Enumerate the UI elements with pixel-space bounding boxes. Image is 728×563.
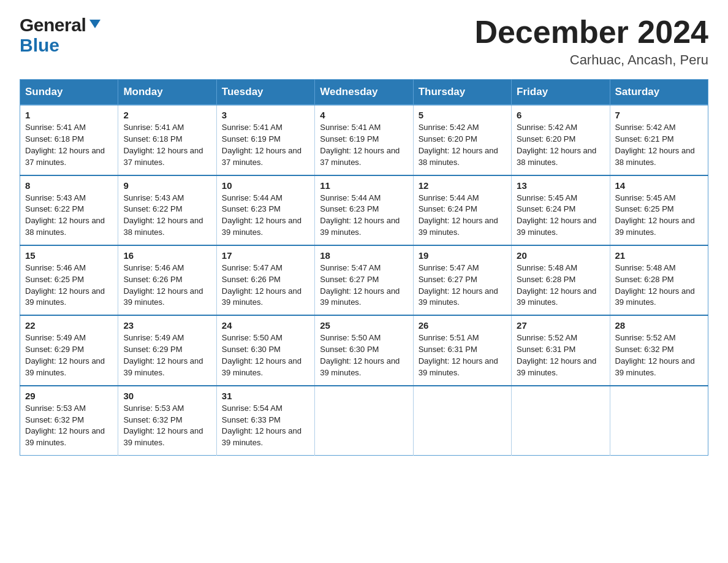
day-number: 28	[615, 320, 703, 331]
header-day-friday: Friday	[512, 80, 610, 105]
calendar-cell: 17Sunrise: 5:47 AMSunset: 6:26 PMDayligh…	[216, 245, 314, 315]
page-title: December 2024	[474, 15, 708, 50]
calendar-cell: 20Sunrise: 5:48 AMSunset: 6:28 PMDayligh…	[512, 245, 610, 315]
calendar-cell: 9Sunrise: 5:43 AMSunset: 6:22 PMDaylight…	[118, 175, 216, 245]
day-info: Sunrise: 5:45 AMSunset: 6:25 PMDaylight:…	[615, 193, 695, 237]
day-number: 7	[615, 110, 703, 120]
day-info: Sunrise: 5:47 AMSunset: 6:26 PMDaylight:…	[222, 263, 301, 307]
calendar-week-row: 1Sunrise: 5:41 AMSunset: 6:18 PMDaylight…	[20, 105, 708, 175]
day-info: Sunrise: 5:53 AMSunset: 6:32 PMDaylight:…	[123, 404, 203, 448]
day-number: 26	[419, 320, 506, 331]
calendar-cell: 7Sunrise: 5:42 AMSunset: 6:21 PMDaylight…	[610, 105, 708, 175]
calendar-cell: 23Sunrise: 5:49 AMSunset: 6:29 PMDayligh…	[118, 315, 216, 385]
day-number: 16	[123, 250, 211, 261]
day-info: Sunrise: 5:42 AMSunset: 6:21 PMDaylight:…	[615, 123, 695, 167]
day-info: Sunrise: 5:53 AMSunset: 6:32 PMDaylight:…	[25, 404, 105, 448]
day-info: Sunrise: 5:46 AMSunset: 6:25 PMDaylight:…	[25, 263, 105, 307]
calendar-cell	[512, 386, 610, 456]
calendar-cell	[413, 386, 511, 456]
day-info: Sunrise: 5:48 AMSunset: 6:28 PMDaylight:…	[517, 263, 596, 307]
calendar-cell: 19Sunrise: 5:47 AMSunset: 6:27 PMDayligh…	[413, 245, 511, 315]
calendar-cell: 28Sunrise: 5:52 AMSunset: 6:32 PMDayligh…	[610, 315, 708, 385]
day-number: 9	[123, 180, 211, 191]
day-info: Sunrise: 5:42 AMSunset: 6:20 PMDaylight:…	[419, 123, 498, 167]
day-info: Sunrise: 5:47 AMSunset: 6:27 PMDaylight:…	[419, 263, 498, 307]
day-info: Sunrise: 5:54 AMSunset: 6:33 PMDaylight:…	[222, 404, 301, 448]
svg-marker-0	[89, 20, 100, 28]
calendar-cell: 3Sunrise: 5:41 AMSunset: 6:19 PMDaylight…	[216, 105, 314, 175]
day-number: 10	[222, 180, 309, 191]
day-info: Sunrise: 5:43 AMSunset: 6:22 PMDaylight:…	[123, 193, 203, 237]
day-number: 12	[419, 180, 506, 191]
day-number: 19	[419, 250, 506, 261]
calendar-cell: 4Sunrise: 5:41 AMSunset: 6:19 PMDaylight…	[315, 105, 413, 175]
day-number: 8	[25, 180, 113, 191]
calendar-cell: 31Sunrise: 5:54 AMSunset: 6:33 PMDayligh…	[216, 386, 314, 456]
day-info: Sunrise: 5:41 AMSunset: 6:19 PMDaylight:…	[320, 123, 400, 167]
day-number: 11	[320, 180, 408, 191]
calendar-week-row: 15Sunrise: 5:46 AMSunset: 6:25 PMDayligh…	[20, 245, 708, 315]
calendar-cell: 2Sunrise: 5:41 AMSunset: 6:18 PMDaylight…	[118, 105, 216, 175]
calendar-table: SundayMondayTuesdayWednesdayThursdayFrid…	[20, 79, 708, 456]
calendar-cell	[315, 386, 413, 456]
header-day-tuesday: Tuesday	[216, 80, 314, 105]
page-subtitle: Carhuac, Ancash, Peru	[474, 52, 708, 68]
calendar-cell: 25Sunrise: 5:50 AMSunset: 6:30 PMDayligh…	[315, 315, 413, 385]
calendar-cell: 26Sunrise: 5:51 AMSunset: 6:31 PMDayligh…	[413, 315, 511, 385]
day-number: 17	[222, 250, 309, 261]
day-number: 25	[320, 320, 408, 331]
day-number: 13	[517, 180, 604, 191]
day-info: Sunrise: 5:50 AMSunset: 6:30 PMDaylight:…	[320, 333, 400, 377]
day-info: Sunrise: 5:41 AMSunset: 6:18 PMDaylight:…	[25, 123, 105, 167]
calendar-cell	[610, 386, 708, 456]
logo-blue-text: Blue	[20, 36, 59, 55]
day-number: 23	[123, 320, 211, 331]
header-day-saturday: Saturday	[610, 80, 708, 105]
day-info: Sunrise: 5:50 AMSunset: 6:30 PMDaylight:…	[222, 333, 301, 377]
day-info: Sunrise: 5:45 AMSunset: 6:24 PMDaylight:…	[517, 193, 596, 237]
day-info: Sunrise: 5:41 AMSunset: 6:19 PMDaylight:…	[222, 123, 301, 167]
header-day-sunday: Sunday	[20, 80, 118, 105]
day-info: Sunrise: 5:48 AMSunset: 6:28 PMDaylight:…	[615, 263, 695, 307]
title-area: December 2024 Carhuac, Ancash, Peru	[474, 15, 708, 68]
day-number: 2	[123, 110, 211, 120]
day-number: 29	[25, 391, 113, 401]
calendar-week-row: 22Sunrise: 5:49 AMSunset: 6:29 PMDayligh…	[20, 315, 708, 385]
calendar-week-row: 8Sunrise: 5:43 AMSunset: 6:22 PMDaylight…	[20, 175, 708, 245]
calendar-cell: 5Sunrise: 5:42 AMSunset: 6:20 PMDaylight…	[413, 105, 511, 175]
logo-triangle-icon	[89, 20, 100, 28]
logo: General Blue	[20, 15, 100, 55]
day-info: Sunrise: 5:51 AMSunset: 6:31 PMDaylight:…	[419, 333, 498, 377]
calendar-cell: 18Sunrise: 5:47 AMSunset: 6:27 PMDayligh…	[315, 245, 413, 315]
day-number: 6	[517, 110, 604, 120]
day-info: Sunrise: 5:44 AMSunset: 6:24 PMDaylight:…	[419, 193, 498, 237]
day-info: Sunrise: 5:42 AMSunset: 6:20 PMDaylight:…	[517, 123, 596, 167]
calendar-cell: 16Sunrise: 5:46 AMSunset: 6:26 PMDayligh…	[118, 245, 216, 315]
calendar-cell: 11Sunrise: 5:44 AMSunset: 6:23 PMDayligh…	[315, 175, 413, 245]
calendar-cell: 29Sunrise: 5:53 AMSunset: 6:32 PMDayligh…	[20, 386, 118, 456]
day-number: 5	[419, 110, 506, 120]
page-header: General Blue December 2024 Carhuac, Anca…	[20, 15, 708, 68]
day-number: 14	[615, 180, 703, 191]
day-info: Sunrise: 5:47 AMSunset: 6:27 PMDaylight:…	[320, 263, 400, 307]
day-number: 15	[25, 250, 113, 261]
calendar-cell: 24Sunrise: 5:50 AMSunset: 6:30 PMDayligh…	[216, 315, 314, 385]
calendar-cell: 30Sunrise: 5:53 AMSunset: 6:32 PMDayligh…	[118, 386, 216, 456]
calendar-cell: 14Sunrise: 5:45 AMSunset: 6:25 PMDayligh…	[610, 175, 708, 245]
calendar-cell: 10Sunrise: 5:44 AMSunset: 6:23 PMDayligh…	[216, 175, 314, 245]
day-number: 3	[222, 110, 309, 120]
day-number: 24	[222, 320, 309, 331]
logo-general-text: General	[20, 15, 86, 36]
day-number: 20	[517, 250, 604, 261]
day-info: Sunrise: 5:44 AMSunset: 6:23 PMDaylight:…	[222, 193, 301, 237]
calendar-cell: 13Sunrise: 5:45 AMSunset: 6:24 PMDayligh…	[512, 175, 610, 245]
day-number: 31	[222, 391, 309, 401]
calendar-week-row: 29Sunrise: 5:53 AMSunset: 6:32 PMDayligh…	[20, 386, 708, 456]
header-day-monday: Monday	[118, 80, 216, 105]
day-number: 22	[25, 320, 113, 331]
calendar-cell: 27Sunrise: 5:52 AMSunset: 6:31 PMDayligh…	[512, 315, 610, 385]
calendar-header-row: SundayMondayTuesdayWednesdayThursdayFrid…	[20, 80, 708, 105]
header-day-wednesday: Wednesday	[315, 80, 413, 105]
day-number: 27	[517, 320, 604, 331]
calendar-cell: 21Sunrise: 5:48 AMSunset: 6:28 PMDayligh…	[610, 245, 708, 315]
